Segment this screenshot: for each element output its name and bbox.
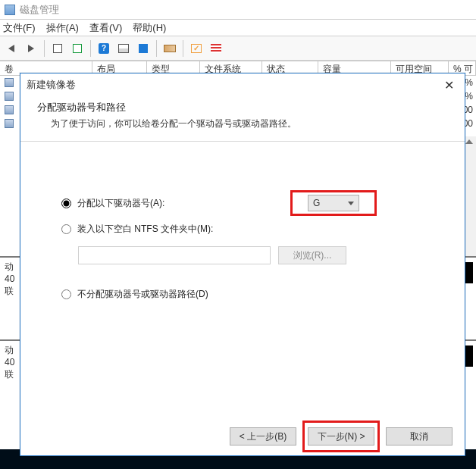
dialog-body: 分配以下驱动器号(A): G 装入以下空白 NTFS 文件夹中(M): 浏览(R… (20, 142, 465, 414)
option-mount-folder[interactable]: 装入以下空白 NTFS 文件夹中(M): (61, 220, 434, 237)
dialog-footer: < 上一步(B) 下一步(N) > 取消 (20, 417, 465, 455)
menu-help[interactable]: 帮助(H) (133, 21, 166, 35)
drive-letter-highlight: G (290, 190, 377, 216)
volume-icon (5, 119, 14, 128)
app-title: 磁盘管理 (20, 3, 59, 17)
volume-icon (5, 92, 14, 101)
option-assign-label: 分配以下驱动器号(A): (77, 197, 164, 210)
box-green-icon (73, 44, 82, 53)
toolbar-help-button[interactable]: ? (96, 40, 112, 57)
stripe-icon (164, 45, 176, 52)
toolbar: ? ✓ (0, 36, 476, 61)
box-icon (53, 44, 62, 53)
option-none-label: 不分配驱动器号或驱动器路径(D) (77, 288, 208, 301)
dialog-titlebar: 新建镜像卷 ✕ (20, 73, 465, 96)
browse-button[interactable]: 浏览(R)... (278, 246, 346, 264)
toolbar-btn-8[interactable] (208, 40, 224, 57)
grid-icon (118, 44, 129, 53)
menubar: 文件(F) 操作(A) 查看(V) 帮助(H) (0, 20, 476, 36)
dialog-heading: 分配驱动器号和路径 (37, 101, 448, 114)
toolbar-divider (90, 40, 91, 57)
option-mount-label: 装入以下空白 NTFS 文件夹中(M): (77, 223, 213, 236)
back-button[interactable]: < 上一步(B) (230, 427, 296, 446)
box-blue-icon (139, 44, 148, 53)
new-mirror-volume-dialog: 新建镜像卷 ✕ 分配驱动器号和路径 为了便于访问，你可以给卷分配一个驱动器号或驱… (20, 73, 465, 456)
option-no-assign[interactable]: 不分配驱动器号或驱动器路径(D) (61, 286, 434, 302)
cancel-button[interactable]: 取消 (386, 427, 453, 446)
toolbar-divider (156, 40, 157, 57)
chevron-down-icon (348, 202, 354, 205)
dialog-header: 分配驱动器号和路径 为了便于访问，你可以给卷分配一个驱动器号或驱动器路径。 (20, 96, 465, 142)
toolbar-divider (183, 40, 183, 57)
next-button[interactable]: 下一步(N) > (308, 427, 374, 446)
dialog-subheading: 为了便于访问，你可以给卷分配一个驱动器号或驱动器路径。 (37, 117, 448, 130)
drive-letter-select[interactable]: G (308, 195, 359, 211)
drive-letter-value: G (313, 198, 320, 208)
toolbar-btn-4[interactable] (115, 40, 132, 57)
toolbar-btn-1[interactable] (49, 40, 66, 57)
volume-icon (5, 105, 14, 114)
app-icon (5, 5, 15, 15)
dialog-title: 新建镜像卷 (27, 78, 76, 92)
option-assign-letter[interactable]: 分配以下驱动器号(A): (61, 195, 434, 211)
volume-icon (5, 78, 14, 87)
toolbar-divider (44, 40, 45, 57)
nav-back-button[interactable] (3, 40, 20, 57)
toolbar-btn-5[interactable] (135, 40, 152, 57)
check-icon: ✓ (191, 44, 202, 53)
radio-no-assign[interactable] (61, 289, 71, 299)
radio-assign-letter[interactable] (61, 199, 71, 208)
mount-row: 浏览(R)... (78, 246, 434, 264)
toolbar-btn-7[interactable]: ✓ (188, 40, 205, 57)
arrow-left-icon (8, 45, 14, 52)
close-button[interactable]: ✕ (439, 78, 459, 92)
toolbar-btn-2[interactable] (69, 40, 86, 57)
nav-forward-button[interactable] (23, 40, 39, 57)
menu-view[interactable]: 查看(V) (89, 21, 122, 35)
menu-file[interactable]: 文件(F) (3, 21, 36, 35)
toolbar-btn-6[interactable] (161, 40, 178, 57)
menu-action[interactable]: 操作(A) (46, 21, 79, 35)
next-button-highlight: 下一步(N) > (302, 421, 380, 452)
arrow-right-icon (28, 45, 34, 52)
help-icon: ? (99, 43, 109, 54)
mount-path-input[interactable] (78, 246, 271, 264)
lines-icon (211, 44, 221, 53)
main-titlebar: 磁盘管理 (0, 0, 476, 20)
radio-mount-folder[interactable] (61, 224, 71, 234)
